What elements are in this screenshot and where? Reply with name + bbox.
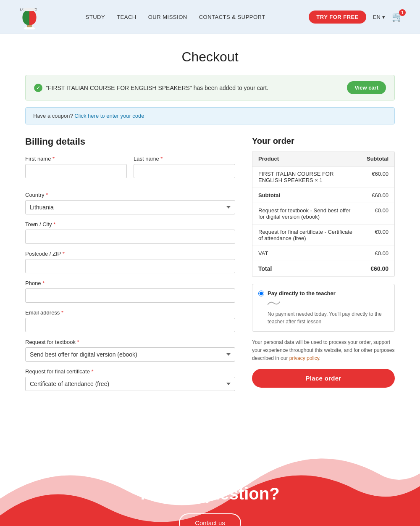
svg-point-6 [24,27,35,29]
nav-our-mission[interactable]: OUR MISSION [148,14,187,20]
cart-notice-text: ✓ "FIRST ITALIAN COURSE FOR ENGLISH SPEA… [34,84,268,92]
header-right: TRY FOR FREE EN ▾ 🛒 1 [309,11,403,24]
nav-contacts[interactable]: CONTACTS & SUPPORT [199,14,265,20]
order-row-product: FIRST ITALIAN COURSE FOR ENGLISH SPEAKER… [252,167,361,188]
certificate-select[interactable]: Certificate of attendance (free) [25,377,235,391]
order-table: Product Subtotal FIRST ITALIAN COURSE FO… [252,151,394,277]
payment-icon [268,299,388,308]
order-row-subtotal: €0.00 [361,225,394,246]
footer-section: Have a question? Contact us [0,415,420,526]
language-selector[interactable]: EN ▾ [373,14,385,20]
checkout-container: ✓ "FIRST ITALIAN COURSE FOR ENGLISH SPEA… [17,75,403,415]
payment-description: No payment needed today. You'll pay dire… [258,310,388,325]
col-product: Product [252,151,361,167]
country-group: Country * Lithuania [25,192,235,214]
last-name-group: Last name * [134,156,235,178]
required-star: * [46,192,48,198]
nav-study[interactable]: STUDY [86,14,105,20]
first-name-group: First name * [25,156,127,178]
payment-radio[interactable] [258,291,264,296]
main-nav: STUDY TEACH OUR MISSION CONTACTS & SUPPO… [86,14,265,20]
required-star: * [53,221,55,227]
phone-input[interactable] [25,288,235,303]
town-input[interactable] [25,230,235,244]
cart-button[interactable]: 🛒 1 [392,11,403,22]
page-title: Checkout [0,34,420,75]
certificate-label: Request for final certificate * [25,368,235,375]
table-row: VAT€0.00 [252,246,394,261]
try-free-button[interactable]: TRY FOR FREE [309,11,366,24]
contact-us-button[interactable]: Contact us [179,513,241,526]
order-row-product: VAT [252,246,361,261]
first-name-input[interactable] [25,164,127,178]
phone-label: Phone * [25,280,235,286]
main-content: Checkout ✓ "FIRST ITALIAN COURSE FOR ENG… [0,34,420,415]
first-name-label: First name * [25,156,127,162]
view-cart-button[interactable]: View cart [347,81,386,94]
email-input[interactable] [25,318,235,332]
logo-area: LA LEZIONE [17,4,42,29]
coupon-link[interactable]: Click here to enter your code [74,113,144,119]
table-row: Total€60.00 [252,261,394,277]
required-star: * [52,156,55,162]
privacy-policy-link[interactable]: privacy policy [289,355,319,361]
cart-notice-message: "FIRST ITALIAN COURSE FOR ENGLISH SPEAKE… [46,85,268,91]
required-star: * [63,251,65,257]
country-select[interactable]: Lithuania [25,200,235,214]
billing-title: Billing details [25,136,235,147]
coupon-prefix: Have a coupon? [33,113,73,119]
col-subtotal: Subtotal [361,151,394,167]
checkout-grid: Billing details First name * Last name * [25,136,395,398]
header: LA LEZIONE STUDY TEACH OUR MISSION CONTA… [0,0,420,34]
required-star: * [92,368,94,375]
order-row-subtotal: €60.00 [361,167,394,188]
payment-label: Pay directly to the teacher [258,290,388,296]
table-row: Subtotal€60.00 [252,188,394,203]
privacy-note: Your personal data will be used to proce… [252,338,395,363]
place-order-button[interactable]: Place order [252,369,395,388]
order-row-product: Subtotal [252,188,361,203]
certificate-group: Request for final certificate * Certific… [25,368,235,391]
required-star: * [61,309,63,316]
email-group: Email address * [25,309,235,332]
required-star: * [160,156,163,162]
email-label: Email address * [25,309,235,316]
order-row-subtotal: €0.00 [361,246,394,261]
required-star: * [77,339,79,345]
postcode-group: Postcode / ZIP * [25,251,235,273]
table-row: Request for textbook - Send best offer f… [252,203,394,225]
last-name-label: Last name * [134,156,235,162]
order-title: Your order [252,136,395,146]
postcode-label: Postcode / ZIP * [25,251,235,257]
order-row-subtotal: €0.00 [361,203,394,225]
coupon-bar: Have a coupon? Click here to enter your … [25,107,395,124]
payment-method: Pay directly to the teacher No payment n… [252,284,395,332]
cart-badge: 1 [399,9,406,16]
order-row-product: Total [252,261,361,277]
order-section: Your order Product Subtotal FIRST ITALIA… [252,136,395,388]
town-group: Town / City * [25,221,235,244]
town-label: Town / City * [25,221,235,227]
svg-point-2 [23,8,37,11]
table-row: FIRST ITALIAN COURSE FOR ENGLISH SPEAKER… [252,167,394,188]
footer-content: Have a question? Contact us [0,415,420,526]
cart-notice: ✓ "FIRST ITALIAN COURSE FOR ENGLISH SPEA… [25,75,395,100]
logo-icon: LA LEZIONE [17,4,42,29]
phone-group: Phone * [25,280,235,303]
last-name-input[interactable] [134,164,235,178]
footer-question-title: Have a question? [140,484,279,503]
nav-teach[interactable]: TEACH [117,14,136,20]
required-star: * [42,280,45,286]
order-row-product: Request for textbook - Send best offer f… [252,203,361,225]
chevron-down-icon: ▾ [382,14,385,20]
textbook-select[interactable]: Send best offer for digital version (ebo… [25,347,235,362]
country-label: Country * [25,192,235,198]
billing-section: Billing details First name * Last name * [25,136,235,398]
order-row-subtotal: €60.00 [361,188,394,203]
name-row: First name * Last name * [25,156,235,185]
order-row-product: Request for final certificate - Certific… [252,225,361,246]
order-summary: Product Subtotal FIRST ITALIAN COURSE FO… [252,151,395,277]
postcode-input[interactable] [25,259,235,273]
table-row: Request for final certificate - Certific… [252,225,394,246]
textbook-group: Request for textbook * Send best offer f… [25,339,235,362]
